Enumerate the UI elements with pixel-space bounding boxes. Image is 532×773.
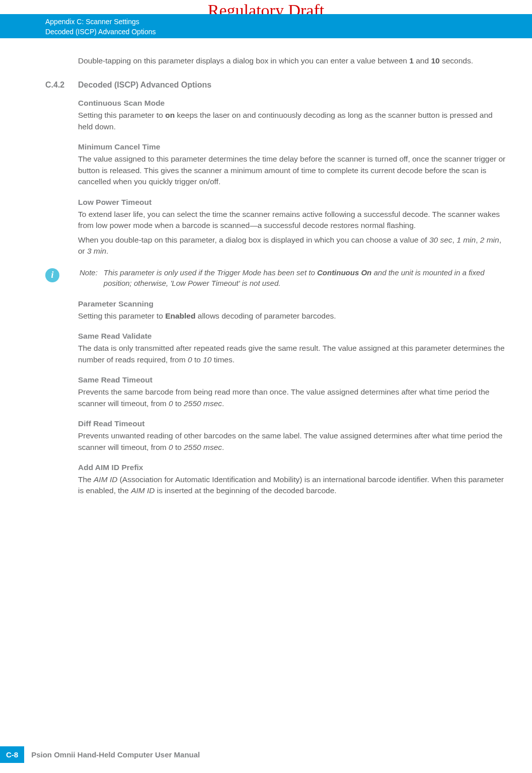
- same-read-validate: Same Read Validate The data is only tran…: [78, 332, 507, 365]
- mct-title: Minimum Cancel Time: [78, 142, 507, 151]
- srt-2550: 2550 msec: [184, 399, 222, 408]
- srv-text-b: to: [192, 355, 203, 364]
- info-icon: i: [45, 268, 59, 282]
- footer: C-8 Psion Omnii Hand-Held Computer User …: [0, 746, 207, 763]
- intro-val-10: 10: [431, 56, 439, 65]
- minimum-cancel-time: Minimum Cancel Time The value assigned t…: [78, 142, 507, 187]
- ps-title: Parameter Scanning: [78, 299, 507, 308]
- footer-title: Psion Omnii Hand-Held Computer User Manu…: [24, 746, 207, 763]
- intro-text-c: seconds.: [440, 56, 473, 65]
- drt-text-a: Prevents unwanted reading of other barco…: [78, 431, 502, 451]
- same-read-timeout: Same Read Timeout Prevents the same barc…: [78, 375, 507, 409]
- aim-text-c: is inserted at the beginning of the deco…: [155, 486, 337, 495]
- intro-text-a: Double-tapping on this parameter display…: [78, 56, 409, 65]
- lpt-text-a: When you double-tap on this parameter, a…: [78, 236, 429, 244]
- aim-id-2: AIM ID: [131, 486, 155, 495]
- lpt-2min: 2 min: [480, 236, 499, 244]
- header-line1: Appendix C: Scanner Settings: [45, 17, 532, 27]
- drt-0: 0: [169, 443, 173, 451]
- ps-text-a: Setting this parameter to: [78, 312, 165, 320]
- note-label: Note:: [80, 267, 98, 288]
- note-continuous-on: Continuous On: [317, 268, 371, 277]
- srt-paragraph: Prevents the same barcode from being rea…: [78, 386, 507, 409]
- lpt-text-b: .: [106, 247, 108, 255]
- drt-2550: 2550 msec: [184, 443, 222, 451]
- low-power-timeout: Low Power Timeout To extend laser life, …: [78, 198, 507, 257]
- continuous-scan-mode: Continuous Scan Mode Setting this parame…: [78, 99, 507, 132]
- lpt-c1: ,: [452, 236, 457, 244]
- srv-0: 0: [188, 355, 192, 364]
- srt-text-a: Prevents the same barcode from being rea…: [78, 388, 489, 407]
- ps-paragraph: Setting this parameter to Enabled allows…: [78, 311, 507, 322]
- srv-text-c: times.: [211, 355, 235, 364]
- srv-paragraph: The data is only transmitted after repea…: [78, 343, 507, 365]
- csm-on: on: [165, 111, 175, 119]
- lpt-3min: 3 min: [87, 247, 106, 255]
- aim-id-1: AIM ID: [94, 475, 117, 484]
- srv-text-a: The data is only transmitted after repea…: [78, 344, 505, 363]
- aim-text-a: The: [78, 475, 94, 484]
- intro-paragraph: Double-tapping on this parameter display…: [78, 55, 507, 66]
- lpt-c2: ,: [476, 236, 480, 244]
- intro-val-1: 1: [409, 56, 414, 65]
- add-aim-id-prefix: Add AIM ID Prefix The AIM ID (Associatio…: [78, 463, 507, 497]
- drt-text-c: .: [222, 443, 224, 451]
- section-title: Decoded (ISCP) Advanced Options: [78, 81, 211, 90]
- srv-10: 10: [203, 355, 211, 364]
- page-number: C-8: [0, 746, 24, 763]
- lpt-paragraph-1: To extend laser life, you can select the…: [78, 209, 507, 231]
- mct-paragraph: The value assigned to this parameter det…: [78, 153, 507, 187]
- srt-text-b: to: [173, 399, 184, 408]
- header-line2: Decoded (ISCP) Advanced Options: [45, 27, 532, 37]
- note-text: This parameter is only used if the Trigg…: [104, 267, 507, 288]
- note-row: i Note: This parameter is only used if t…: [45, 267, 507, 288]
- section-heading-row: C.4.2 Decoded (ISCP) Advanced Options: [45, 81, 507, 90]
- csm-paragraph: Setting this parameter to on keeps the l…: [78, 110, 507, 132]
- lpt-1min: 1 min: [457, 236, 476, 244]
- drt-text-b: to: [173, 443, 184, 451]
- parameter-scanning: Parameter Scanning Setting this paramete…: [78, 299, 507, 322]
- ps-text-b: allows decoding of parameter barcodes.: [195, 312, 336, 320]
- header-bar: Appendix C: Scanner Settings Decoded (IS…: [0, 14, 532, 38]
- intro-text-b: and: [414, 56, 431, 65]
- srt-0: 0: [169, 399, 173, 408]
- diff-read-timeout: Diff Read Timeout Prevents unwanted read…: [78, 419, 507, 453]
- ps-enabled: Enabled: [165, 312, 195, 320]
- drt-paragraph: Prevents unwanted reading of other barco…: [78, 430, 507, 453]
- srv-title: Same Read Validate: [78, 332, 507, 341]
- srt-title: Same Read Timeout: [78, 375, 507, 384]
- section-number: C.4.2: [45, 81, 78, 90]
- srt-text-c: .: [222, 399, 224, 408]
- csm-text-a: Setting this parameter to: [78, 111, 165, 119]
- drt-title: Diff Read Timeout: [78, 419, 507, 428]
- note-t1: This parameter is only used if the Trigg…: [104, 268, 317, 277]
- lpt-title: Low Power Timeout: [78, 198, 507, 207]
- csm-title: Continuous Scan Mode: [78, 99, 507, 108]
- aim-title: Add AIM ID Prefix: [78, 463, 507, 472]
- lpt-30sec: 30 sec: [429, 236, 452, 244]
- lpt-paragraph-2: When you double-tap on this parameter, a…: [78, 235, 507, 257]
- aim-paragraph: The AIM ID (Association for Automatic Id…: [78, 474, 507, 497]
